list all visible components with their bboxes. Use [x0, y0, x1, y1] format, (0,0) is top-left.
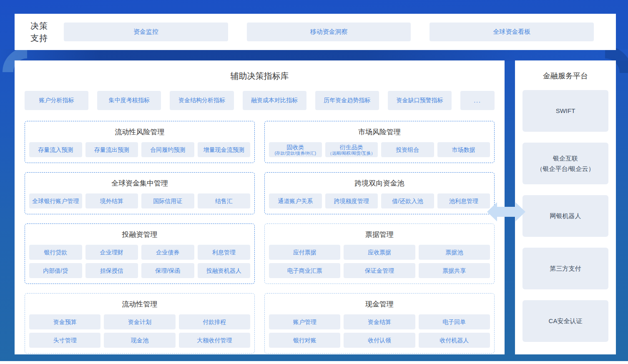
- module-button[interactable]: 电子商业汇票: [269, 263, 340, 278]
- module-button[interactable]: 借/还款入池: [381, 193, 434, 208]
- group-row: 账户管理资金结算电子回单: [269, 314, 490, 329]
- module-button[interactable]: 大额收付管理: [179, 333, 250, 348]
- module-group: 票据管理应付票据应收票据票据池电子商业汇票保证金管理票据共享: [264, 223, 495, 284]
- module-button-label: 付款排程: [203, 319, 226, 325]
- group-title: 跨境双向资金池: [269, 178, 490, 188]
- module-button[interactable]: 跨境额度管理: [325, 193, 378, 208]
- indicator-chip[interactable]: 资金缺口预警指标: [388, 91, 452, 110]
- financial-services-sidebar: 金融服务平台 SWIFT银企互联（银企平台/银企云）网银机器人第三方支付CA安全…: [515, 60, 616, 354]
- module-button-label: 银行贷款: [44, 249, 67, 256]
- module-button-label: 资金预算: [53, 319, 77, 325]
- module-button[interactable]: 资金计划: [104, 314, 175, 329]
- module-button-label: 衍生品类: [340, 144, 363, 151]
- top-tab-button[interactable]: 全球资金看板: [430, 23, 594, 41]
- module-button[interactable]: 银行对账: [269, 333, 340, 348]
- group-title: 票据管理: [269, 230, 490, 239]
- module-button[interactable]: 利息管理: [198, 245, 251, 260]
- module-button[interactable]: 衍生品类（远期/期权/期货/互换）: [325, 142, 378, 157]
- module-button-label: 大额收付管理: [197, 337, 232, 344]
- module-button[interactable]: 电子回单: [419, 314, 490, 329]
- module-button[interactable]: 投资组合: [381, 142, 434, 157]
- module-button-label: 存量流出预测: [94, 146, 129, 153]
- module-button-label: 结售汇: [215, 198, 233, 204]
- module-button[interactable]: 增量现金流预测: [198, 142, 251, 157]
- module-button[interactable]: 合同履约预测: [141, 142, 194, 157]
- module-button[interactable]: 存量流入预测: [29, 142, 82, 157]
- module-button-label: 合同履约预测: [150, 146, 185, 153]
- indicator-chip[interactable]: 历年资金趋势指标: [315, 91, 379, 110]
- module-button-label: 头寸管理: [53, 337, 77, 344]
- module-button[interactable]: 保证金管理: [344, 263, 415, 278]
- module-button[interactable]: 银行贷款: [29, 245, 82, 260]
- module-button[interactable]: 内部借/贷: [29, 263, 82, 278]
- module-button[interactable]: 通道账户关系: [269, 193, 322, 208]
- module-button[interactable]: 担保授信: [85, 263, 138, 278]
- module-button[interactable]: 企业理财: [85, 245, 138, 260]
- module-button-label: 市场数据: [452, 146, 475, 153]
- module-button[interactable]: 收付机器人: [419, 333, 490, 348]
- module-button-label: 固收类: [286, 144, 304, 151]
- module-button-label: 境外结算: [100, 198, 123, 204]
- top-band-decoration: [0, 49, 628, 61]
- decision-support-bar: 决策 支持 资金监控移动资金洞察全球资金看板: [15, 14, 616, 50]
- top-tab-button[interactable]: 移动资金洞察: [247, 23, 411, 41]
- group-row: 资金预算资金计划付款排程: [29, 314, 250, 329]
- module-button-label: 账户管理: [293, 319, 317, 325]
- module-button[interactable]: 保理/保函: [141, 263, 194, 278]
- module-button-label: 跨境额度管理: [334, 198, 369, 204]
- module-button-label: 银行对账: [293, 337, 317, 344]
- module-button[interactable]: 池利息管理: [437, 193, 490, 208]
- service-box[interactable]: 银企互联（银企平台/银企云）: [522, 143, 608, 184]
- module-button[interactable]: 资金结算: [344, 314, 415, 329]
- service-box[interactable]: CA安全认证: [522, 300, 608, 342]
- module-button[interactable]: 应付票据: [269, 245, 340, 260]
- service-box[interactable]: SWIFT: [522, 90, 608, 132]
- module-button[interactable]: 全球银行账户管理: [29, 193, 82, 208]
- module-button-label: 应收票据: [368, 249, 391, 256]
- module-button[interactable]: 账户管理: [269, 314, 340, 329]
- module-button-label: 企业理财: [100, 249, 123, 256]
- module-button[interactable]: 收付认领: [344, 333, 415, 348]
- module-button-sublabel: (存款/贷款/债券/外汇): [274, 151, 316, 156]
- module-button[interactable]: 应收票据: [344, 245, 415, 260]
- indicator-chip[interactable]: ...: [460, 91, 495, 110]
- module-button-label: 收付认领: [368, 337, 391, 344]
- sidebar-title: 金融服务平台: [515, 71, 616, 81]
- module-button[interactable]: 国际信用证: [141, 193, 194, 208]
- service-box-label: （银企平台/银企云）: [536, 163, 594, 174]
- module-button[interactable]: 市场数据: [437, 142, 490, 157]
- group-title: 流动性风险管理: [29, 127, 250, 137]
- indicator-chip[interactable]: 账户分析指标: [25, 91, 88, 110]
- module-button[interactable]: 固收类(存款/贷款/债券/外汇): [269, 142, 322, 157]
- indicator-chip[interactable]: 融资成本对比指标: [243, 91, 306, 110]
- module-group: 现金管理账户管理资金结算电子回单银行对账收付认领收付机器人: [264, 293, 495, 354]
- module-button[interactable]: 付款排程: [179, 314, 250, 329]
- module-button[interactable]: 企业债券: [141, 245, 194, 260]
- module-button-label: 借/还款入池: [392, 198, 423, 204]
- module-button[interactable]: 境外结算: [85, 193, 138, 208]
- top-tab-button[interactable]: 资金监控: [64, 23, 228, 41]
- module-button[interactable]: 票据池: [419, 245, 490, 260]
- module-button[interactable]: 现金池: [104, 333, 175, 348]
- module-button-label: 票据池: [445, 249, 463, 256]
- module-button[interactable]: 结售汇: [198, 193, 251, 208]
- module-button-label: 保证金管理: [365, 267, 394, 274]
- indicator-library-title: 辅助决策指标库: [25, 70, 495, 82]
- module-button-label: 资金计划: [128, 319, 151, 325]
- module-button[interactable]: 存量流出预测: [85, 142, 138, 157]
- module-group: 流动性管理资金预算资金计划付款排程头寸管理现金池大额收付管理: [25, 293, 255, 354]
- module-button-label: 票据共享: [442, 267, 466, 274]
- indicator-chip[interactable]: 资金结构分析指标: [170, 91, 234, 110]
- module-button-label: 内部借/贷: [43, 267, 68, 274]
- indicator-chip[interactable]: 集中度考核指标: [97, 91, 161, 110]
- top-buttons: 资金监控移动资金洞察全球资金看板: [64, 23, 594, 41]
- module-button-label: 收付机器人: [440, 337, 469, 344]
- module-button[interactable]: 投融资机器人: [198, 263, 251, 278]
- module-button[interactable]: 头寸管理: [29, 333, 100, 348]
- service-box[interactable]: 第三方支付: [522, 248, 608, 289]
- module-button-label: 投融资机器人: [206, 267, 241, 274]
- service-box[interactable]: 网银机器人: [522, 195, 608, 237]
- module-button[interactable]: 资金预算: [29, 314, 100, 329]
- module-button-label: 资金结算: [368, 319, 391, 325]
- module-button[interactable]: 票据共享: [419, 263, 490, 278]
